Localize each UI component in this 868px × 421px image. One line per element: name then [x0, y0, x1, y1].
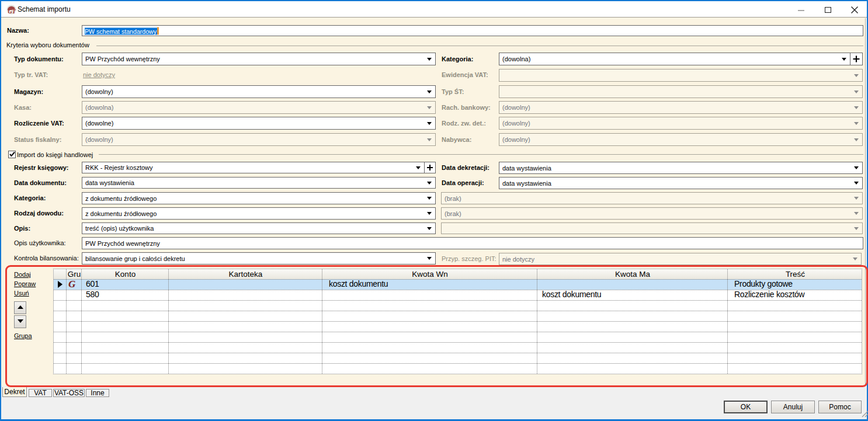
svg-text:GT: GT — [8, 8, 16, 15]
